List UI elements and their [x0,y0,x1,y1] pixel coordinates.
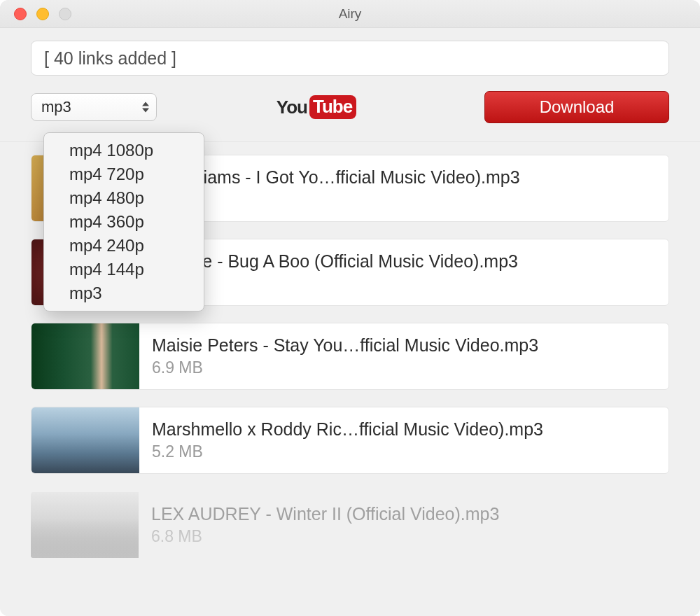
format-select-value: mp3 [41,98,71,116]
format-option[interactable]: mp4 1080p [44,139,204,162]
list-item[interactable]: Maisie Peters - Stay You…fficial Music V… [31,323,669,390]
download-button[interactable]: Download [484,91,669,123]
list-item[interactable]: LEX AUDREY - Winter II (Official Video).… [31,491,669,559]
youtube-logo: You Tube [276,95,356,119]
minimize-window-button[interactable] [36,8,49,20]
item-title: Marshmello x Roddy Ric…fficial Music Vid… [152,419,543,440]
thumbnail [31,323,139,389]
item-info: Marshmello x Roddy Ric…fficial Music Vid… [139,419,556,461]
format-option[interactable]: mp3 [44,281,204,305]
item-title: Maisie Peters - Stay You…fficial Music V… [152,335,538,356]
item-size: 6.8 MB [151,527,499,546]
thumbnail [31,407,139,473]
youtube-tube-text: Tube [309,95,356,119]
close-window-button[interactable] [14,8,27,20]
item-size: 5.2 MB [152,442,543,461]
list-item[interactable]: Marshmello x Roddy Ric…fficial Music Vid… [31,407,669,474]
window-controls [14,8,71,20]
youtube-you-text: You [276,97,307,118]
item-title: ke Williams - I Got Yo…fficial Music Vid… [152,167,520,188]
maximize-window-button[interactable] [59,8,71,20]
format-option[interactable]: mp4 144p [44,258,204,281]
app-window: Airy mp3 You Tube Download [0,0,700,616]
controls-row: mp3 You Tube Download [31,91,669,123]
item-title: LEX AUDREY - Winter II (Official Video).… [151,504,499,524]
top-panel: mp3 You Tube Download [0,28,700,142]
thumbnail [31,492,139,558]
window-title: Airy [0,6,700,22]
item-info: Maisie Peters - Stay You…fficial Music V… [139,335,551,377]
format-select[interactable]: mp3 [31,93,157,121]
format-option[interactable]: mp4 240p [44,234,204,258]
item-size: MB [152,274,518,293]
chevron-updown-icon [142,102,149,113]
item-title: e Stone - Bug A Boo (Official Music Vide… [152,251,518,272]
format-option[interactable]: mp4 360p [44,210,204,234]
format-dropdown-menu: mp4 1080p mp4 720p mp4 480p mp4 360p mp4… [43,132,204,312]
item-size: 6.9 MB [152,358,538,377]
titlebar: Airy [0,0,700,28]
format-option[interactable]: mp4 720p [44,162,204,186]
item-info: LEX AUDREY - Winter II (Official Video).… [139,504,512,546]
format-option[interactable]: mp4 480p [44,186,204,210]
url-input[interactable] [31,41,669,76]
download-button-label: Download [540,97,615,117]
item-size: MB [152,190,520,209]
